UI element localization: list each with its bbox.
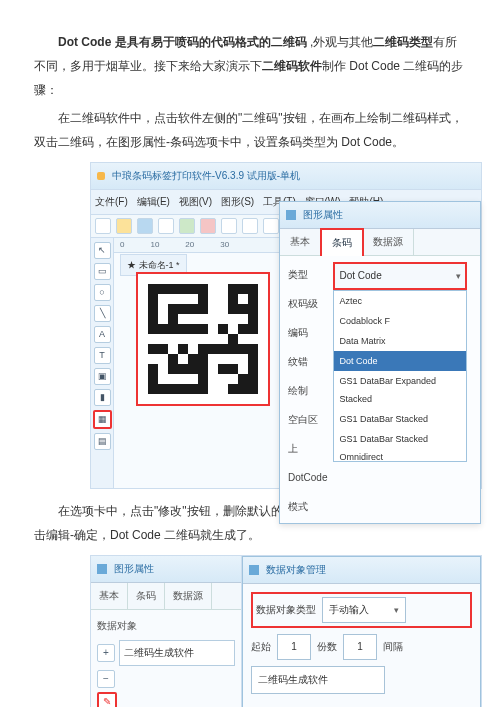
panel-icon: [249, 565, 259, 575]
tool-save-icon[interactable]: [137, 218, 153, 234]
add-item-icon[interactable]: +: [97, 644, 115, 662]
tool-cut-icon[interactable]: [200, 218, 216, 234]
tool-line-icon[interactable]: ╲: [94, 305, 111, 322]
tool-richtext-icon[interactable]: T: [94, 347, 111, 364]
type-select[interactable]: Dot Code ▾: [333, 262, 467, 290]
edit-item-icon[interactable]: ✎: [97, 692, 117, 707]
panel-icon: [286, 210, 296, 220]
tab2-barcode[interactable]: 条码: [128, 583, 165, 609]
count-input[interactable]: 1: [343, 634, 377, 660]
menu-edit[interactable]: 编辑(E): [137, 196, 170, 207]
menu-shape[interactable]: 图形(S): [221, 196, 254, 207]
tab2-basic[interactable]: 基本: [91, 583, 128, 609]
window-title: 中琅条码标签打印软件-V6.3.9 试用版-单机: [91, 163, 481, 190]
data-panel-title: 数据对象管理: [243, 557, 480, 584]
qr-graphic: [148, 284, 258, 394]
data-object-panel: 数据对象管理 数据对象类型 手动输入 ▾ 起始 1 份数 1 间隔: [242, 556, 481, 707]
type-select-2[interactable]: 手动输入 ▾: [322, 597, 406, 623]
tool-open-icon[interactable]: [116, 218, 132, 234]
panel2-title: 图形属性: [91, 556, 241, 583]
count-label: 份数: [317, 637, 337, 657]
section-label: 数据对象: [97, 616, 235, 636]
start-label: 起始: [251, 637, 271, 657]
menu-file[interactable]: 文件(F): [95, 196, 128, 207]
tool-paste-icon[interactable]: [242, 218, 258, 234]
type-dropdown[interactable]: AztecCodablock FData MatrixDot CodeGS1 D…: [333, 290, 467, 462]
tool-rect-icon[interactable]: ▭: [94, 263, 111, 280]
tool-image-icon[interactable]: ▣: [94, 368, 111, 385]
tool-undo-icon[interactable]: [263, 218, 279, 234]
remove-item-icon[interactable]: −: [97, 670, 115, 688]
type-option[interactable]: GS1 DataBar Stacked Omnidirect: [334, 429, 466, 462]
chevron-down-icon: ▾: [456, 267, 461, 285]
field-labels: 类型 权码级 编码 纹错 绘制 空白区 上 DotCode 模式: [288, 262, 327, 517]
type-option[interactable]: Aztec: [334, 291, 466, 311]
tool-palette: ↖ ▭ ○ ╲ A T ▣ ▮ ▦ ▤: [91, 238, 114, 488]
screenshot-2: 图形属性 基本 条码 数据源 数据对象 + 二维码生成软件 − ✎: [90, 555, 482, 707]
tool-print-icon[interactable]: [158, 218, 174, 234]
tool-text-icon[interactable]: A: [94, 326, 111, 343]
type-option[interactable]: Codablock F: [334, 311, 466, 331]
tool-copy-icon[interactable]: [221, 218, 237, 234]
tool-new-icon[interactable]: [95, 218, 111, 234]
chevron-down-icon: ▾: [394, 601, 399, 619]
properties-panel-2: 图形属性 基本 条码 数据源 数据对象 + 二维码生成软件 − ✎: [91, 556, 242, 707]
tool-barcode-icon[interactable]: ▮: [94, 389, 111, 406]
panel-tabs: 基本 条码 数据源: [280, 229, 480, 256]
tool-db-icon[interactable]: [179, 218, 195, 234]
paragraph-1: Dot Code 是具有易于喷码的代码格式的二维码 ,外观与其他二维码类型有所不…: [34, 30, 466, 102]
gap-label: 间隔: [383, 637, 403, 657]
type-option[interactable]: GS1 DataBar Stacked: [334, 409, 466, 429]
properties-panel: 图形属性 基本 条码 数据源 类型 权码级 编码 纹错 绘制 空白区 上 Dot…: [279, 201, 481, 524]
panel-title: 图形属性: [280, 202, 480, 229]
start-input[interactable]: 1: [277, 634, 311, 660]
tab-basic[interactable]: 基本: [280, 229, 321, 255]
data-item[interactable]: 二维码生成软件: [119, 640, 235, 666]
tool-pointer-icon[interactable]: ↖: [94, 242, 111, 259]
paragraph-2: 在二维码软件中，点击软件左侧的"二维码"按钮，在画布上绘制二维码样式，双击二维码…: [34, 106, 466, 154]
menu-view[interactable]: 视图(V): [179, 196, 212, 207]
tab-barcode[interactable]: 条码: [320, 228, 364, 256]
tab2-datasource[interactable]: 数据源: [165, 583, 212, 609]
tool-qrcode-icon[interactable]: ▦: [93, 410, 112, 429]
content-input[interactable]: 二维码生成软件: [251, 666, 385, 694]
type-option[interactable]: Data Matrix: [334, 331, 466, 351]
tool-circle-icon[interactable]: ○: [94, 284, 111, 301]
type-label: 数据对象类型: [256, 600, 316, 620]
screenshot-1: 中琅条码标签打印软件-V6.3.9 试用版-单机 文件(F) 编辑(E) 视图(…: [90, 162, 482, 489]
qr-object[interactable]: [136, 272, 270, 406]
type-option[interactable]: GS1 DataBar Expanded Stacked: [334, 371, 466, 409]
app-icon: [97, 172, 105, 180]
tool-grid-icon[interactable]: ▤: [94, 433, 111, 450]
panel-icon: [97, 564, 107, 574]
type-option[interactable]: Dot Code: [334, 351, 466, 371]
tab-datasource[interactable]: 数据源: [363, 229, 414, 255]
